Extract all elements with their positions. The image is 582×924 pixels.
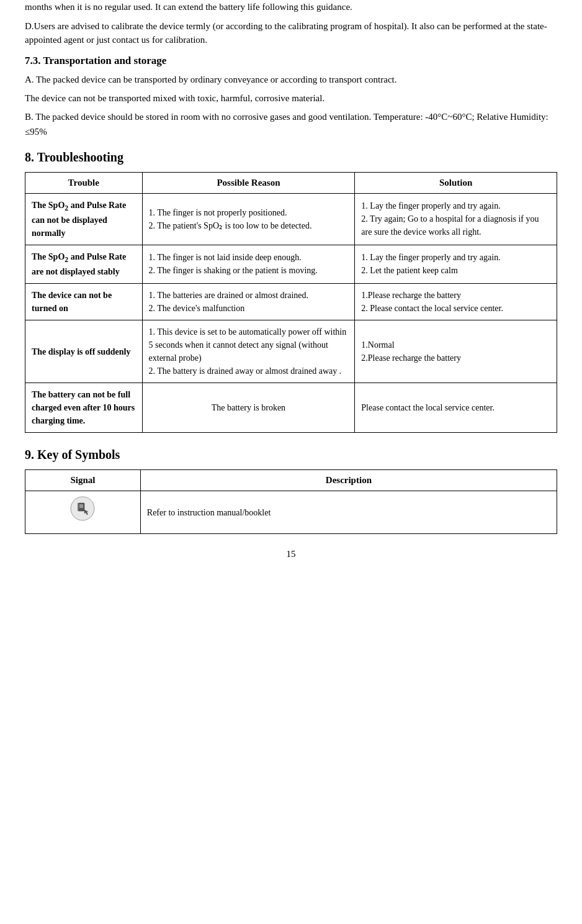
- reason-cell-4: The battery is broken: [142, 383, 355, 433]
- trouble-cell-2: The device can not be turned on: [25, 284, 143, 320]
- trouble-cell-0: The SpO2 and Pulse Rate can not be displ…: [25, 193, 143, 245]
- trouble-cell-4: The battery can not be full charged even…: [25, 383, 143, 433]
- col-header-trouble: Trouble: [25, 172, 143, 193]
- reason-cell-3: 1. This device is set to be automaticall…: [142, 320, 355, 383]
- trouble-cell-3: The display is off suddenly: [25, 320, 143, 383]
- solution-cell-4: Please contact the local service center.: [355, 383, 557, 433]
- trouble-cell-1: The SpO2 and Pulse Rate are not displaye…: [25, 245, 143, 283]
- symbol-desc-0: Refer to instruction manual/booklet: [140, 491, 557, 534]
- svg-rect-2: [78, 503, 79, 511]
- solution-cell-1: 1. Lay the finger properly and try again…: [355, 245, 557, 283]
- intro-line1: months when it is no regular used. It ca…: [25, 0, 557, 14]
- intro-line2: D.Users are advised to calibrate the dev…: [25, 19, 557, 47]
- reason-cell-0: 1. The finger is not properly positioned…: [142, 193, 355, 245]
- troubleshooting-table: Trouble Possible Reason Solution The SpO…: [25, 172, 557, 433]
- symbols-col-signal: Signal: [25, 470, 141, 491]
- reason-cell-2: 1. The batteries are drained or almost d…: [142, 284, 355, 320]
- transport-heading: 7.3. Transportation and storage: [25, 55, 557, 67]
- col-header-reason: Possible Reason: [142, 172, 355, 193]
- page-number: 15: [25, 549, 557, 559]
- symbols-table: Signal Description Refer to instruct: [25, 469, 557, 534]
- solution-cell-0: 1. Lay the finger properly and try again…: [355, 193, 557, 245]
- symbol-icon-0: [25, 491, 141, 534]
- symbols-col-description: Description: [140, 470, 557, 491]
- col-header-solution: Solution: [355, 172, 557, 193]
- transport-lineA1: A. The packed device can be transported …: [25, 72, 557, 87]
- troubleshooting-heading: 8. Troubleshooting: [25, 150, 557, 165]
- transport-lineA2: The device can not be transported mixed …: [25, 91, 557, 106]
- solution-cell-2: 1.Please recharge the battery2. Please c…: [355, 284, 557, 320]
- book-manual-icon: [70, 496, 95, 521]
- transport-lineB: B. The packed device should be stored in…: [25, 109, 557, 139]
- svg-rect-1: [78, 503, 84, 511]
- symbols-heading: 9. Key of Symbols: [25, 448, 557, 462]
- reason-cell-1: 1. The finger is not laid inside deep en…: [142, 245, 355, 283]
- solution-cell-3: 1.Normal2.Please recharge the battery: [355, 320, 557, 383]
